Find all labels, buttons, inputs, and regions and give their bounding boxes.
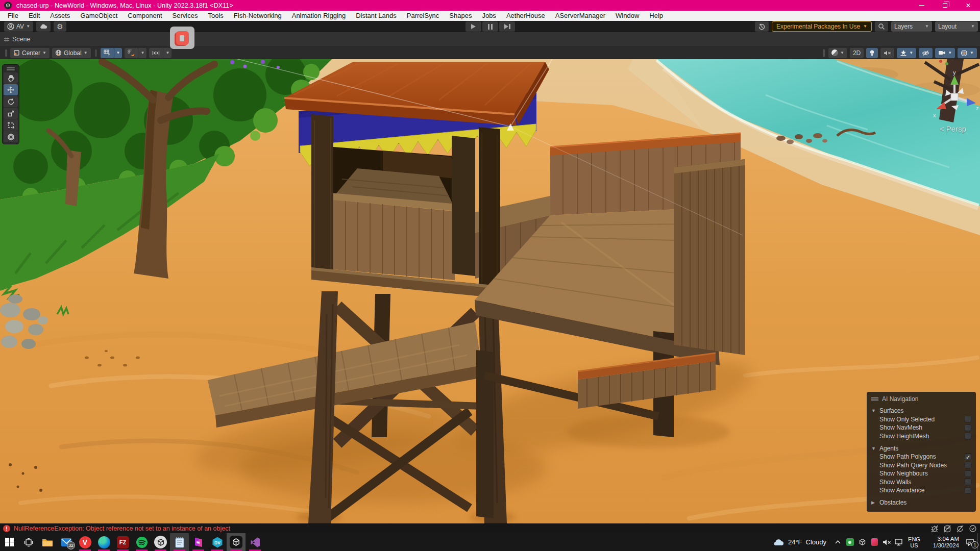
auto-refresh-disabled-icon[interactable] xyxy=(956,525,964,533)
file-explorer-button[interactable] xyxy=(38,533,57,551)
orientation-dropdown[interactable]: Global▼ xyxy=(52,48,91,58)
snap-increment-caret[interactable]: ▼ xyxy=(163,48,172,58)
gizmo-z-cone[interactable] xyxy=(967,98,976,106)
gizmo-negative-cone[interactable] xyxy=(958,88,964,94)
tray-network[interactable] xyxy=(893,533,905,551)
taskbar-edge[interactable] xyxy=(94,533,113,551)
weather-widget[interactable]: 24°F Cloudy xyxy=(767,538,831,546)
foldout-agents[interactable]: ▼ Agents xyxy=(871,444,971,453)
start-button[interactable] xyxy=(0,533,19,551)
notification-center-button[interactable]: 1 xyxy=(962,533,977,551)
scale-tool[interactable] xyxy=(4,108,18,119)
taskbar-filezilla[interactable]: FZ xyxy=(113,533,132,551)
tray-overflow-chevron[interactable] xyxy=(831,533,844,551)
undo-history-button[interactable] xyxy=(755,21,769,32)
tray-unity-hub[interactable] xyxy=(856,533,868,551)
menu-fish-networking[interactable]: Fish-Networking xyxy=(229,11,287,21)
menu-file[interactable]: File xyxy=(3,11,23,21)
audio-mute-toggle[interactable] xyxy=(880,48,894,58)
snap-increment-button[interactable] xyxy=(149,48,163,58)
dragged-asset-icon[interactable] xyxy=(170,27,194,49)
toggle-show-heightmesh[interactable]: Show HeightMesh xyxy=(871,432,971,440)
taskbar-visual-studio[interactable] xyxy=(246,533,264,551)
gizmos-dropdown[interactable]: ▼ xyxy=(958,48,977,58)
palette-drag-handle[interactable] xyxy=(7,67,15,68)
menu-aetherhouse[interactable]: AetherHouse xyxy=(501,11,550,21)
account-dropdown[interactable]: AV ▼ xyxy=(4,21,33,32)
menu-gameobject[interactable]: GameObject xyxy=(75,11,122,21)
cloud-services-button[interactable] xyxy=(36,21,51,32)
scene-visibility-toggle[interactable] xyxy=(919,48,933,58)
debugger-detached-icon[interactable] xyxy=(930,525,939,533)
menu-distant-lands[interactable]: Distant Lands xyxy=(351,11,402,21)
checkbox[interactable] xyxy=(965,424,971,431)
foldout-obstacles[interactable]: ▶ Obstacles xyxy=(871,498,971,507)
scene-lighting-toggle[interactable] xyxy=(866,48,878,58)
menu-shapes[interactable]: Shapes xyxy=(444,11,477,21)
console-error-message[interactable]: NullReferenceException: Object reference… xyxy=(14,525,230,532)
panel-drag-handle[interactable] xyxy=(871,397,878,398)
view-hand-tool[interactable] xyxy=(4,72,18,84)
orientation-gizmo[interactable]: y x z xyxy=(929,70,980,121)
menu-tools[interactable]: Tools xyxy=(203,11,228,21)
toggle-show-path-query-nodes[interactable]: Show Path Query Nodes xyxy=(871,461,971,469)
restore-button[interactable] xyxy=(933,0,957,11)
rect-tool[interactable] xyxy=(4,119,18,131)
menu-assets[interactable]: Assets xyxy=(45,11,75,21)
close-button[interactable]: × xyxy=(957,0,980,11)
play-button[interactable] xyxy=(465,21,481,32)
task-view-button[interactable] xyxy=(19,533,38,551)
gizmo-negative-cone[interactable] xyxy=(945,90,951,96)
checkbox-checked[interactable]: ✓ xyxy=(965,454,971,460)
checkbox[interactable] xyxy=(965,487,971,494)
pivot-mode-dropdown[interactable]: Center▼ xyxy=(10,48,50,58)
menu-services[interactable]: Services xyxy=(167,11,203,21)
taskbar-unity-editor[interactable] xyxy=(227,533,246,551)
menu-edit[interactable]: Edit xyxy=(23,11,45,21)
status-bar[interactable]: ! NullReferenceException: Object referen… xyxy=(0,523,980,533)
checkbox[interactable] xyxy=(965,462,971,468)
tray-volume-muted[interactable] xyxy=(880,533,893,551)
menu-parrelsync[interactable]: ParrelSync xyxy=(402,11,445,21)
background-tasks-icon[interactable] xyxy=(969,524,977,533)
gizmo-center-cube[interactable] xyxy=(951,93,958,101)
tray-green-app[interactable] xyxy=(844,533,856,551)
menu-aservermanager[interactable]: AServerManager xyxy=(550,11,610,21)
gizmo-negative-cone[interactable] xyxy=(951,105,959,110)
toggle-show-avoidance[interactable]: Show Avoidance xyxy=(871,487,971,495)
menu-jobs[interactable]: Jobs xyxy=(477,11,501,21)
foldout-surfaces[interactable]: ▼ Surfaces xyxy=(871,407,971,415)
taskbar-spotify[interactable] xyxy=(132,533,151,551)
scene-viewport[interactable]: y x z < Persp AI Navigation ▼ Surfaces S… xyxy=(0,59,980,523)
settings-button[interactable]: ⚙ xyxy=(54,21,66,32)
experimental-packages-button[interactable]: Experimental Packages In Use ▼ xyxy=(772,21,872,32)
gizmo-y-cone[interactable] xyxy=(950,76,959,85)
menu-component[interactable]: Component xyxy=(122,11,167,21)
language-indicator[interactable]: ENG US xyxy=(905,536,923,548)
layers-dropdown[interactable]: Layers▼ xyxy=(891,21,932,32)
pause-button[interactable] xyxy=(482,21,498,32)
checkbox[interactable] xyxy=(965,416,971,422)
show-desktop-button[interactable] xyxy=(977,533,980,551)
palette-drag-handle[interactable] xyxy=(7,69,15,70)
snap-caret[interactable]: ▼ xyxy=(138,48,146,58)
toggle-show-path-polygons[interactable]: Show Path Polygons ✓ xyxy=(871,453,971,461)
checkbox[interactable] xyxy=(965,470,971,477)
effects-dropdown[interactable]: ▼ xyxy=(897,48,916,58)
search-button[interactable] xyxy=(875,21,888,32)
taskbar-vivaldi[interactable]: V xyxy=(76,533,94,551)
tray-pink-app[interactable] xyxy=(868,533,880,551)
grid-visibility-toggle[interactable]: Y xyxy=(101,48,114,58)
cache-disabled-icon[interactable] xyxy=(943,525,951,533)
taskbar-unity-hub[interactable] xyxy=(151,533,170,551)
toggle-show-neighbours[interactable]: Show Neighbours xyxy=(871,470,971,478)
mail-button[interactable]: 32 xyxy=(57,533,76,551)
toggle-show-only-selected[interactable]: Show Only Selected xyxy=(871,415,971,423)
checkbox[interactable] xyxy=(965,479,971,485)
tab-scene[interactable]: Scene xyxy=(4,36,30,43)
taskbar-notepad[interactable] xyxy=(170,533,189,551)
snap-toggle[interactable] xyxy=(125,48,138,58)
toggle-show-walls[interactable]: Show Walls xyxy=(871,478,971,486)
move-tool[interactable] xyxy=(4,84,18,95)
taskbar-pink-app[interactable] xyxy=(189,533,208,551)
